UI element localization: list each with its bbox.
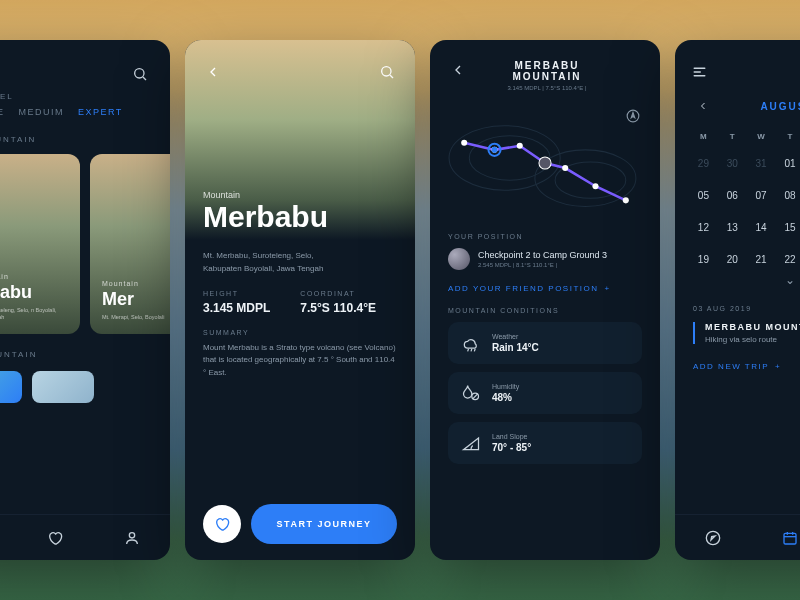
day-cell[interactable]: 01 [776, 147, 800, 179]
day-cell[interactable]: 05 [689, 179, 718, 211]
start-journey-button[interactable]: START JOURNEY [251, 504, 397, 544]
location-text: Mt. Merbabu, Suroteleng, Selo, Kabupaten… [203, 250, 397, 276]
svg-line-26 [474, 349, 475, 352]
dow-row: M T W T F [689, 132, 800, 141]
level-section-label: SE LEVEL [0, 92, 170, 101]
category-label: Mountain [203, 190, 240, 200]
svg-point-20 [491, 147, 497, 153]
prev-month-icon[interactable] [693, 96, 713, 116]
mountains-section-label: ST MOUNTAIN [0, 135, 170, 144]
day-cell[interactable]: 30 [718, 147, 747, 179]
day-cell[interactable]: 06 [718, 179, 747, 211]
hero-image: Mountain Merbabu [185, 40, 415, 240]
day-cell[interactable]: 31 [747, 147, 776, 179]
svg-marker-23 [631, 113, 635, 118]
back-icon[interactable] [203, 62, 223, 82]
calendar-icon[interactable] [780, 528, 800, 548]
svg-point-7 [382, 67, 391, 76]
position-label: YOUR POSITION [448, 233, 642, 240]
conditions-label: MOUNTAIN CONDITIONS [448, 307, 642, 314]
compass-icon[interactable] [703, 528, 723, 548]
dow-cell: T [776, 132, 800, 141]
card-type: Mountain [0, 273, 68, 280]
popular-chip[interactable] [32, 371, 94, 403]
search-icon[interactable] [130, 64, 150, 84]
coord-value: 7.5°S 110.4°E [300, 301, 376, 315]
trip-title: MERBABU MOUNTAIN [705, 322, 800, 332]
screen-discover: SE LEVEL NEWBIE MEDUIM EXPERT ST MOUNTAI… [0, 40, 170, 560]
day-cell[interactable]: 08 [776, 179, 800, 211]
plus-icon: + [605, 284, 611, 293]
coord-label: COORDINAT [300, 290, 376, 297]
dow-cell: M [689, 132, 718, 141]
search-icon[interactable] [377, 62, 397, 82]
svg-point-13 [461, 140, 467, 146]
cond-value: 48% [492, 392, 519, 403]
svg-point-18 [623, 197, 629, 203]
checkpoint-sub: 2.545 MDPL | 8.1°S 110.1°E | [478, 262, 607, 268]
cond-label: Land Slope [492, 433, 531, 440]
mountain-card[interactable]: Mountain erbabu babu, Suroteleng, Selo, … [0, 154, 80, 334]
svg-point-0 [135, 69, 144, 78]
compass-icon [626, 109, 640, 123]
back-icon[interactable] [448, 60, 468, 80]
day-cell[interactable]: 21 [747, 243, 776, 275]
svg-point-16 [562, 165, 568, 171]
mountain-card[interactable]: Mountain Mer Mt. Merapi, Selo, Boyolali [90, 154, 170, 334]
popular-chip[interactable] [0, 371, 22, 403]
add-trip-label: ADD NEW TRIP [693, 362, 769, 371]
current-position[interactable]: Checkpoint 2 to Camp Ground 3 2.545 MDPL… [448, 248, 642, 270]
card-name: Mer [102, 289, 170, 310]
screen-route-map: MERBABU MOUNTAIN 3.145 MDPL | 7.5°S 110.… [430, 40, 660, 560]
svg-point-15 [517, 143, 523, 149]
profile-icon[interactable] [122, 528, 142, 548]
page-title: MERBABU MOUNTAIN [478, 60, 616, 82]
checkpoint-name: Checkpoint 2 to Camp Ground 3 [478, 250, 607, 260]
add-friend-label: ADD YOUR FRIEND POSITION [448, 284, 599, 293]
heart-icon[interactable] [45, 528, 65, 548]
svg-line-8 [390, 75, 393, 78]
svg-point-21 [539, 157, 551, 169]
level-newbie[interactable]: NEWBIE [0, 107, 5, 117]
day-cell[interactable]: 19 [689, 243, 718, 275]
svg-marker-34 [711, 536, 715, 540]
cta-label: START JOURNEY [277, 519, 372, 529]
menu-icon[interactable] [691, 62, 711, 82]
day-cell[interactable]: 07 [747, 179, 776, 211]
svg-rect-35 [784, 533, 796, 544]
tab-bar [675, 514, 800, 560]
day-cell[interactable]: 14 [747, 211, 776, 243]
stat-coordinate: COORDINAT 7.5°S 110.4°E [300, 290, 376, 315]
level-expert[interactable]: EXPERT [78, 107, 123, 117]
day-cell[interactable]: 13 [718, 211, 747, 243]
cond-label: Humidity [492, 383, 519, 390]
day-cell[interactable]: 20 [718, 243, 747, 275]
day-cell[interactable]: 29 [689, 147, 718, 179]
summary-text: Mount Merbabu is a Strato type volcano (… [203, 342, 397, 380]
expand-calendar-icon[interactable]: ⌄ [689, 273, 800, 287]
condition-slope: Land Slope70° - 85° [448, 422, 642, 464]
screen-calendar: AUGUST 2019 M T W T F 293031010203040506… [675, 40, 800, 560]
screen-mountain-detail: Mountain Merbabu Mt. Merbabu, Suroteleng… [185, 40, 415, 560]
humidity-icon [460, 382, 482, 404]
day-cell[interactable]: 15 [776, 211, 800, 243]
dow-cell: T [718, 132, 747, 141]
trip-date: 03 AUG 2019 [693, 305, 800, 312]
favorite-button[interactable] [203, 505, 241, 543]
svg-point-6 [129, 532, 134, 537]
height-value: 3.145 MDPL [203, 301, 270, 315]
day-cell[interactable]: 22 [776, 243, 800, 275]
route-map[interactable] [444, 103, 646, 223]
day-cell[interactable]: 12 [689, 211, 718, 243]
add-trip-button[interactable]: ADD NEW TRIP + [693, 362, 800, 371]
cond-value: Rain 14°C [492, 342, 539, 353]
condition-weather: WeatherRain 14°C [448, 322, 642, 364]
trip-card[interactable]: MERBABU MOUNTAIN Hiking via selo route [693, 322, 800, 344]
svg-line-24 [468, 349, 469, 352]
level-selector: NEWBIE MEDUIM EXPERT [0, 101, 170, 129]
slope-icon [460, 432, 482, 454]
add-friend-button[interactable]: ADD YOUR FRIEND POSITION + [448, 284, 642, 293]
level-medium[interactable]: MEDUIM [19, 107, 65, 117]
cond-value: 70° - 85° [492, 442, 531, 453]
popular-section-label: AR MOUNTAIN [0, 350, 170, 359]
